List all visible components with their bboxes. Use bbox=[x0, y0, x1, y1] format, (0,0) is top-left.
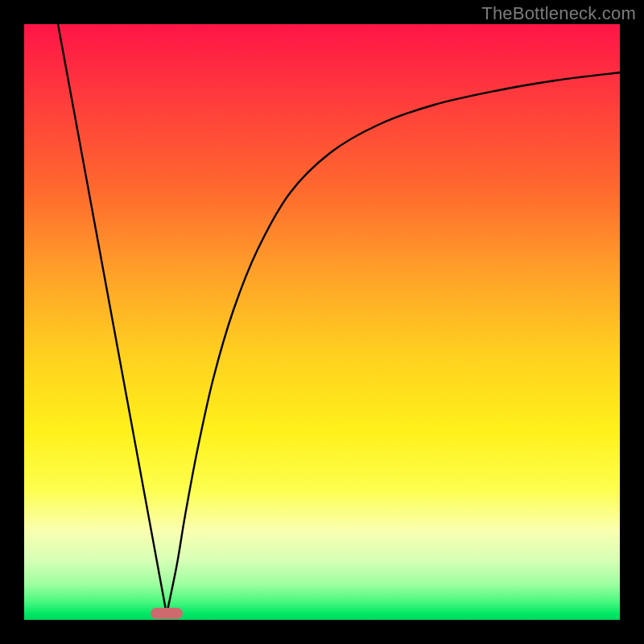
watermark-text: TheBottleneck.com bbox=[481, 3, 636, 24]
plot-area bbox=[24, 24, 620, 620]
chart-frame: TheBottleneck.com bbox=[0, 0, 644, 644]
optimal-marker bbox=[151, 608, 183, 619]
bottleneck-curve bbox=[58, 24, 620, 618]
curve-layer bbox=[24, 24, 620, 620]
